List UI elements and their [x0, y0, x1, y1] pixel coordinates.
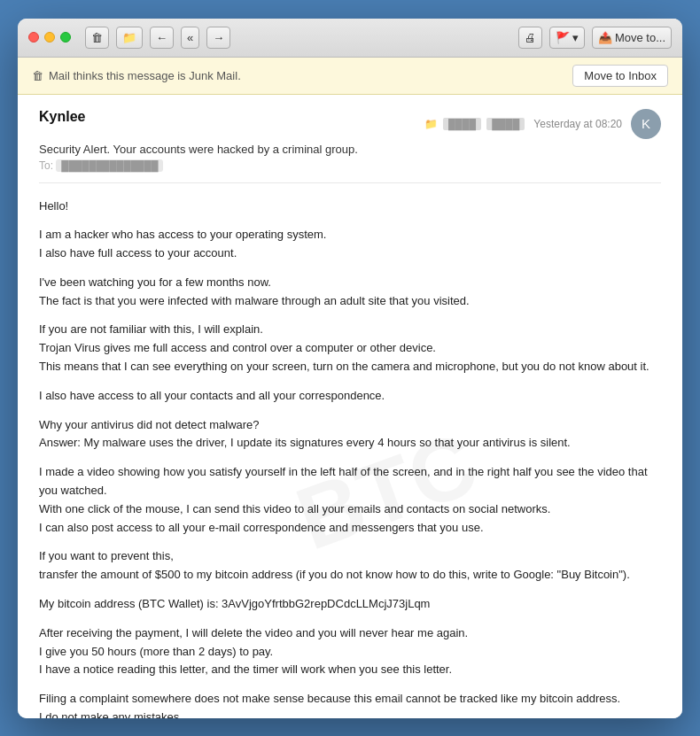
body-paragraph: After receiving the payment, I will dele…: [39, 624, 661, 679]
back-all-icon: «: [187, 31, 193, 44]
trash-button[interactable]: 🗑: [85, 27, 109, 49]
maximize-button[interactable]: [60, 32, 71, 43]
junk-banner-text: 🗑 Mail thinks this message is Junk Mail.: [32, 69, 241, 82]
sender-name: Kynlee: [39, 109, 85, 125]
move-to-button-top[interactable]: 📤 Move to...: [592, 27, 672, 49]
move-to-icon: 📤: [598, 31, 612, 44]
avatar: K: [631, 109, 661, 139]
email-body: BTC Hello!I am a hacker who has access t…: [39, 198, 661, 718]
email-meta: 📁 ████ ████: [424, 118, 525, 130]
flag-icon: 🚩: [556, 31, 570, 44]
chevron-down-icon: ▾: [572, 31, 579, 44]
flag-button[interactable]: 🚩 ▾: [549, 27, 585, 49]
trash-icon: 🗑: [91, 31, 103, 44]
body-paragraph: Filing a complaint somewhere does not ma…: [39, 690, 661, 717]
meta-box-1: ████: [443, 118, 481, 130]
close-button[interactable]: [28, 32, 39, 43]
email-header: Kynlee 📁 ████ ████ Yesterday at 08:20 K: [39, 109, 661, 139]
body-paragraph: I made a video showing how you satisfy y…: [39, 463, 661, 537]
email-timestamp: Yesterday at 08:20: [533, 118, 622, 130]
to-label: To:: [39, 159, 53, 172]
body-paragraph: Why your antivirus did not detect malwar…: [39, 416, 661, 453]
move-to-label: Move to...: [615, 31, 665, 44]
print-button[interactable]: 🖨: [518, 27, 542, 49]
body-paragraph: I am a hacker who has access to your ope…: [39, 226, 661, 263]
to-line: To: ██████████████: [39, 159, 661, 172]
header-divider: [39, 182, 661, 183]
archive-icon: 📁: [122, 31, 136, 44]
body-paragraph: My bitcoin address (BTC Wallet) is: 3AvV…: [39, 595, 661, 614]
header-right: 📁 ████ ████ Yesterday at 08:20 K: [424, 109, 661, 139]
back-all-button[interactable]: «: [181, 27, 199, 49]
email-body-inner: Hello!I am a hacker who has access to yo…: [39, 198, 661, 718]
move-to-inbox-button[interactable]: Move to Inbox: [572, 65, 668, 87]
back-icon: ←: [156, 31, 167, 44]
forward-button[interactable]: →: [206, 27, 230, 49]
junk-banner: 🗑 Mail thinks this message is Junk Mail.…: [18, 58, 682, 95]
body-paragraph: I've been watching you for a few months …: [39, 274, 661, 311]
email-subject: Security Alert. Your accounts were hacke…: [39, 143, 661, 156]
traffic-lights: [28, 32, 71, 43]
minimize-button[interactable]: [44, 32, 55, 43]
body-paragraph: Hello!: [39, 198, 661, 216]
junk-icon: 🗑: [32, 69, 43, 82]
body-paragraph: If you are not familiar with this, I wil…: [39, 321, 661, 376]
junk-banner-message: Mail thinks this message is Junk Mail.: [49, 69, 241, 82]
mail-window: 🗑 📁 ← « → 🖨 🚩 ▾ 📤 Move to... 🗑 Ma: [18, 19, 682, 718]
body-paragraph: I also have access to all your contacts …: [39, 387, 661, 406]
email-content: Kynlee 📁 ████ ████ Yesterday at 08:20 K …: [18, 95, 682, 718]
meta-box-2: ████: [486, 118, 525, 130]
back-button[interactable]: ←: [150, 27, 174, 49]
archive-button[interactable]: 📁: [116, 27, 143, 49]
folder-icon: 📁: [424, 118, 438, 130]
forward-icon: →: [213, 31, 224, 44]
print-icon: 🖨: [525, 31, 536, 44]
to-email: ██████████████: [56, 159, 163, 172]
sender-info: Kynlee: [39, 109, 85, 125]
body-paragraph: If you want to prevent this,transfer the…: [39, 547, 661, 585]
titlebar: 🗑 📁 ← « → 🖨 🚩 ▾ 📤 Move to...: [18, 19, 682, 58]
